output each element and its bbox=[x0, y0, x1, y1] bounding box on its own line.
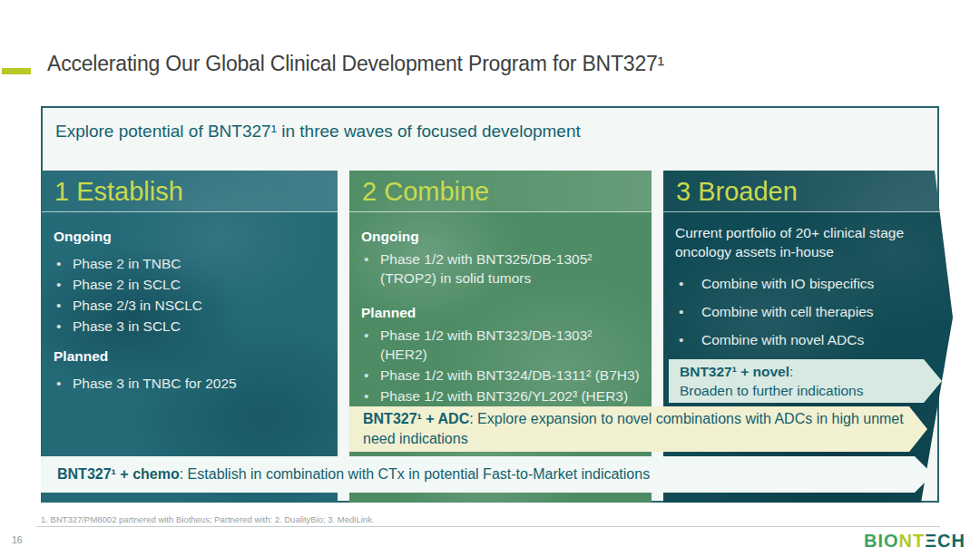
list-item: Combine with IO bispecifics bbox=[675, 274, 942, 293]
column-broaden-body: Current portfolio of 20+ clinical stage … bbox=[663, 212, 954, 349]
list-item: Combine with cell therapies bbox=[675, 302, 942, 321]
column-broaden: 3 Broaden Current portfolio of 20+ clini… bbox=[663, 171, 954, 503]
list-item: Phase 2 in SCLC bbox=[54, 275, 326, 294]
page-title: Accelerating Our Global Clinical Develop… bbox=[47, 52, 664, 76]
banner-novel-line2: Broaden to further indications bbox=[680, 381, 942, 400]
logo-part-nt: NT bbox=[899, 531, 926, 551]
list-item: Phase 1/2 with BNT323/DB-1303² (HER2) bbox=[361, 326, 640, 364]
banner-chemo-rest: : Establish in combination with CTx in p… bbox=[180, 466, 650, 482]
list-item: Phase 3 in TNBC for 2025 bbox=[54, 374, 326, 393]
section-label-planned: Planned bbox=[361, 303, 640, 322]
title-accent-dash bbox=[2, 68, 31, 74]
list-item: Phase 2/3 in NSCLC bbox=[54, 296, 326, 315]
page-number: 16 bbox=[12, 534, 23, 545]
column-establish: 1 Establish Ongoing Phase 2 in TNBC Phas… bbox=[42, 171, 338, 503]
footer-divider bbox=[36, 526, 940, 527]
column-establish-body: Ongoing Phase 2 in TNBC Phase 2 in SCLC … bbox=[42, 212, 338, 393]
banner-adc-bold: BNT327¹ + ADC bbox=[363, 411, 469, 426]
planned-list: Phase 3 in TNBC for 2025 bbox=[54, 374, 326, 393]
ongoing-list: Phase 2 in TNBC Phase 2 in SCLC Phase 2/… bbox=[54, 254, 326, 336]
banner-novel-line1: BNT327¹ + novel: bbox=[680, 362, 942, 381]
panel-heading: Explore potential of BNT327¹ in three wa… bbox=[55, 122, 581, 142]
banner-chemo-text: BNT327¹ + chemo: Establish in combinatio… bbox=[57, 466, 933, 483]
list-item: Combine with novel ADCs bbox=[675, 330, 942, 349]
broaden-list: Combine with IO bispecifics Combine with… bbox=[675, 274, 942, 349]
banner-chemo-bold: BNT327¹ + chemo bbox=[57, 466, 180, 482]
banner-novel-bold: BNT327¹ + novel bbox=[680, 364, 789, 379]
list-item: Phase 1/2 with BNT324/DB-1311² (B7H3) bbox=[361, 366, 640, 385]
section-label-ongoing: Ongoing bbox=[54, 227, 326, 246]
column-establish-header: 1 Establish bbox=[42, 171, 338, 212]
banner-novel: BNT327¹ + novel: Broaden to further indi… bbox=[669, 359, 942, 403]
banner-adc-text: BNT327¹ + ADC: Explore expansion to nove… bbox=[363, 409, 907, 449]
logo-part-bio: BIO bbox=[864, 531, 899, 551]
list-item: Phase 1/2 with BNT325/DB-1305² (TROP2) i… bbox=[361, 249, 640, 288]
footnote: 1. BNT327/PM8002 partnered with Biotheus… bbox=[41, 514, 375, 524]
ongoing-list: Phase 1/2 with BNT325/DB-1305² (TROP2) i… bbox=[361, 249, 640, 288]
list-item: Phase 3 in SCLC bbox=[54, 317, 326, 336]
column-combine: 2 Combine Ongoing Phase 1/2 with BNT325/… bbox=[349, 171, 652, 503]
slide: Accelerating Our Global Clinical Develop… bbox=[0, 0, 980, 557]
column-combine-header: 2 Combine bbox=[349, 171, 652, 212]
list-item: Phase 1/2 with BNT326/YL202³ (HER3) bbox=[361, 386, 640, 406]
banner-chemo: BNT327¹ + chemo: Establish in combinatio… bbox=[41, 456, 933, 493]
banner-novel-colon: : bbox=[789, 364, 793, 379]
column-broaden-header: 3 Broaden bbox=[663, 171, 954, 212]
biontech-logo: BIONTΞCH bbox=[864, 531, 965, 552]
logo-part-ech: ΞCH bbox=[925, 531, 965, 551]
section-label-ongoing: Ongoing bbox=[361, 227, 640, 246]
list-item: Phase 2 in TNBC bbox=[54, 254, 326, 273]
section-label-planned: Planned bbox=[54, 347, 326, 366]
banner-adc: BNT327¹ + ADC: Explore expansion to nove… bbox=[349, 406, 927, 452]
broaden-intro: Current portfolio of 20+ clinical stage … bbox=[675, 223, 938, 261]
